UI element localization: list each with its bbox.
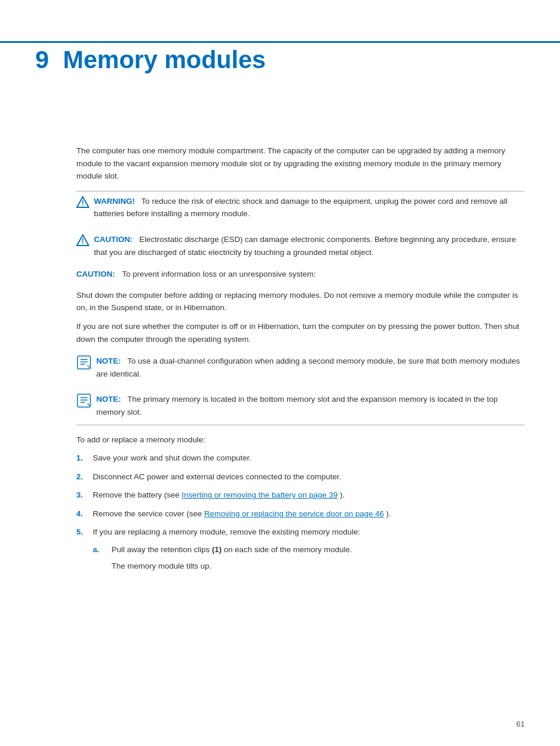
caution1-block: ! CAUTION: Electrostatic discharge (ESD)…: [76, 230, 525, 258]
substeps-list: a. Pull away the retention clips (1) on …: [93, 543, 525, 572]
substep-a-result: The memory module tilts up.: [112, 560, 525, 573]
note1-block: NOTE: To use a dual-channel configuratio…: [76, 351, 525, 384]
caution2-header: CAUTION: To prevent information loss or …: [76, 264, 525, 283]
note1-icon: [76, 355, 92, 370]
step-1: 1. Save your work and shut down the comp…: [76, 452, 525, 465]
note1-text: NOTE: To use a dual-channel configuratio…: [96, 355, 525, 380]
top-rule: [0, 41, 560, 43]
warning-block: ! WARNING! To reduce the risk of electri…: [76, 191, 525, 224]
content-area: The computer has one memory module compa…: [0, 145, 560, 618]
svg-text:!: !: [82, 237, 84, 246]
caution2-para1: Shut down the computer before adding or …: [76, 289, 525, 314]
caution1-text: CAUTION: Electrostatic discharge (ESD) c…: [94, 233, 525, 258]
steps-intro: To add or replace a memory module:: [76, 434, 525, 446]
note2-body: The primary memory is located in the bot…: [96, 395, 498, 416]
warning-body: To reduce the risk of electric shock and…: [94, 197, 507, 219]
service-cover-link[interactable]: Removing or replacing the service door o…: [204, 509, 384, 518]
note2-icon: [76, 393, 92, 408]
step-4: 4. Remove the service cover (see Removin…: [76, 508, 525, 520]
steps-list: 1. Save your work and shut down the comp…: [76, 452, 525, 577]
note2-text: NOTE: The primary memory is located in t…: [96, 393, 525, 418]
chapter-number: 9: [35, 46, 49, 73]
battery-link[interactable]: Inserting or removing the battery on pag…: [182, 490, 338, 499]
warning-text: WARNING! To reduce the risk of electric …: [94, 195, 525, 220]
intro-paragraph: The computer has one memory module compa…: [76, 145, 525, 183]
chapter-title: Memory modules: [63, 46, 265, 73]
caution2-para2: If you are not sure whether the computer…: [76, 320, 525, 345]
svg-text:!: !: [82, 199, 84, 207]
caution1-body: Electrostatic discharge (ESD) can damage…: [94, 235, 516, 257]
note2-block: NOTE: The primary memory is located in t…: [76, 389, 525, 425]
page-number: 61: [517, 720, 525, 728]
note1-body: To use a dual-channel configuration when…: [96, 357, 520, 378]
step-3: 3. Remove the battery (see Inserting or …: [76, 489, 525, 502]
page-container: 9 Memory modules The computer has one me…: [0, 0, 560, 746]
warning-icon: !: [76, 196, 89, 209]
step-5: 5. If you are replacing a memory module,…: [76, 526, 525, 577]
substep-a: a. Pull away the retention clips (1) on …: [93, 543, 525, 572]
chapter-header: 9 Memory modules: [0, 0, 560, 86]
caution2-intro-text: To prevent information loss or an unresp…: [122, 270, 316, 278]
step-2: 2. Disconnect AC power and external devi…: [76, 471, 525, 483]
caution1-icon: !: [76, 234, 89, 247]
